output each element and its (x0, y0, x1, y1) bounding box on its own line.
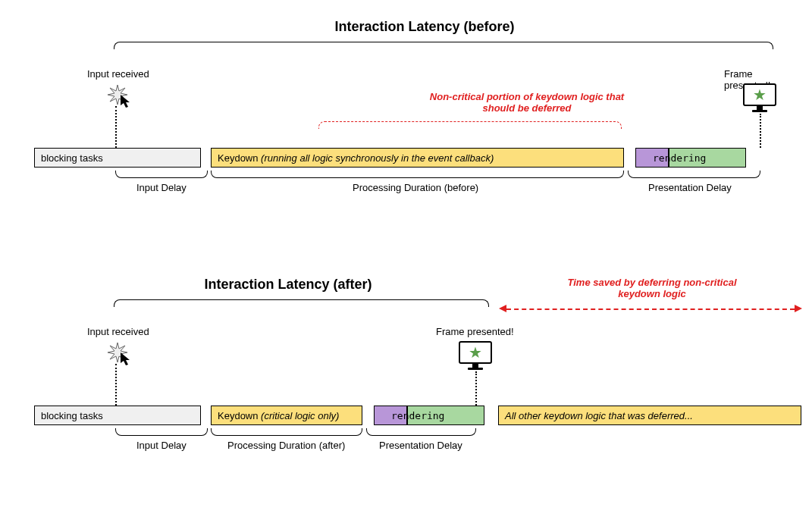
red-note-before: Non-critical portion of keydown logic th… (417, 91, 637, 114)
label-processing-after: Processing Duration (after) (227, 440, 345, 451)
bar-blocking-after: blocking tasks (34, 406, 201, 425)
brace-presentation-after (366, 428, 476, 436)
bar-blocking-before: blocking tasks (34, 148, 201, 168)
dotted-input-before (115, 106, 117, 148)
red-arrow-left-icon (499, 305, 506, 312)
brace-processing-before (211, 171, 624, 178)
brace-presentation-before (628, 171, 760, 178)
dotted-input-after (115, 364, 117, 406)
title-before: Interaction Latency (before) (303, 19, 546, 35)
bar-render-green-before: rendering (669, 148, 746, 168)
star-icon: ★ (753, 87, 767, 102)
bar-render-green-after: rendering (407, 406, 484, 425)
title-after: Interaction Latency (after) (174, 277, 402, 293)
brace-processing-after (211, 428, 362, 436)
label-presentation-after: Presentation Delay (379, 440, 462, 451)
bar-keydown-before: Keydown (running all logic synchronously… (211, 148, 624, 168)
red-arrow-line (506, 308, 795, 310)
label-frame-presented-after: Frame presented! (436, 326, 514, 337)
red-time-saved: Time saved by deferring non-critical key… (561, 277, 743, 299)
label-presentation-before: Presentation Delay (648, 182, 732, 193)
monitor-icon-after: ★ (459, 341, 492, 371)
brace-interaction-before (114, 42, 773, 49)
svg-marker-3 (121, 352, 130, 365)
monitor-icon-before: ★ (743, 83, 776, 114)
brace-interaction-after (114, 299, 489, 307)
dotted-frame-before (760, 114, 761, 148)
svg-marker-1 (121, 95, 130, 108)
cursor-icon-after (120, 352, 132, 369)
red-brace-before (318, 121, 622, 129)
label-processing-before: Processing Duration (before) (353, 182, 478, 193)
cursor-icon-before (120, 94, 132, 111)
bar-keydown-after: Keydown (critical logic only) (211, 406, 362, 425)
red-arrow-right-icon (795, 305, 802, 312)
brace-input-delay-before (115, 171, 208, 178)
label-input-received-after: Input received (87, 326, 149, 337)
brace-input-delay-after (115, 428, 208, 436)
star-icon-after: ★ (469, 345, 482, 360)
label-input-received-before: Input received (87, 68, 149, 80)
label-input-delay-after: Input Delay (136, 440, 187, 451)
bar-deferred-after: All other keydown logic that was deferre… (498, 406, 801, 425)
label-input-delay-before: Input Delay (136, 182, 187, 193)
dotted-frame-after (475, 371, 477, 406)
